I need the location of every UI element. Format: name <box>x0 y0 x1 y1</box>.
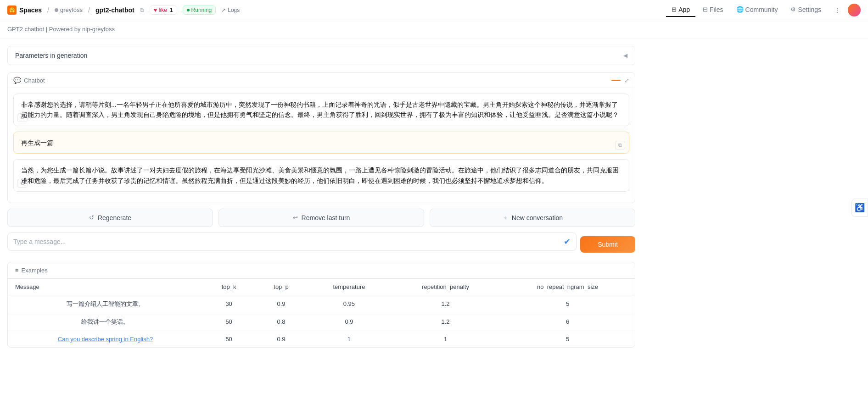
examples-table: Message top_k top_p temperature repetiti… <box>8 279 635 347</box>
app-icon: ⊞ <box>672 6 677 13</box>
logs-button[interactable]: ↗ Logs <box>221 7 240 13</box>
table-row[interactable]: 给我讲一个笑话。500.80.91.26 <box>8 313 635 331</box>
copy-message-3-button[interactable]: ⧉ <box>17 179 28 188</box>
input-check-icon: ✔ <box>564 237 571 247</box>
spaces-label[interactable]: Spaces <box>19 6 42 14</box>
main-content: Parameters in generation ◀ 💬 Chatbot ⤢ 非… <box>0 39 643 355</box>
example-repetition_penalty-2: 1 <box>391 331 500 347</box>
remove-last-turn-label: Remove last turn <box>302 214 350 221</box>
settings-label: Settings <box>798 6 821 13</box>
share-icon[interactable]: ⤢ <box>624 77 629 84</box>
like-count: 1 <box>170 7 173 13</box>
example-message-0: 写一篇介绍人工智能的文章。 <box>8 295 203 313</box>
logs-label: Logs <box>228 7 240 13</box>
user-status-dot <box>55 8 58 12</box>
running-label: Running <box>191 7 212 13</box>
chat-header-actions: ⤢ <box>611 77 629 84</box>
params-header[interactable]: Parameters in generation ◀ <box>8 46 635 65</box>
logs-icon: ↗ <box>221 7 226 13</box>
nav-links: ⊞ App ⊟ Files 🌐 Community ⚙ Settings <box>666 3 827 17</box>
example-top_k-2: 50 <box>203 331 255 347</box>
example-no_repeat_ngram_size-0: 5 <box>500 295 635 313</box>
assistant-message-1: 非常感谢您的选择，请稍等片刻...一名年轻男子正在他所喜爱的城市游历中，突然发现… <box>13 94 629 126</box>
new-conversation-label: New conversation <box>512 214 563 221</box>
example-temperature-1: 0.9 <box>308 313 391 331</box>
example-top_p-0: 0.9 <box>255 295 308 313</box>
running-dot <box>187 9 190 11</box>
nav-separator2: / <box>88 6 90 14</box>
app-label: App <box>678 6 690 13</box>
more-menu-button[interactable]: ⋮ <box>832 5 842 16</box>
example-repetition_penalty-1: 1.2 <box>391 313 500 331</box>
example-top_p-2: 0.9 <box>255 331 308 347</box>
example-top_k-0: 30 <box>203 295 255 313</box>
copy-repo-icon[interactable]: ⧉ <box>140 7 144 13</box>
col-repetition-penalty: repetition_penalty <box>391 279 500 295</box>
input-row: ✔ Submit <box>7 232 635 256</box>
examples-header[interactable]: ≡ Examples <box>8 262 635 279</box>
user-message-1-text: 再生成一篇 <box>21 139 53 146</box>
table-row[interactable]: Can you describe spring in English?500.9… <box>8 331 635 347</box>
example-no_repeat_ngram_size-1: 6 <box>500 313 635 331</box>
submit-button[interactable]: Submit <box>580 236 635 253</box>
nav-link-settings[interactable]: ⚙ Settings <box>785 3 827 17</box>
action-buttons-row: ↺ Regenerate ↩ Remove last turn ＋ New co… <box>7 209 635 227</box>
remove-last-turn-button[interactable]: ↩ Remove last turn <box>218 209 424 227</box>
chat-messages-area[interactable]: 非常感谢您的选择，请稍等片刻...一名年轻男子正在他所喜爱的城市游历中，突然发现… <box>8 88 635 203</box>
examples-label: Examples <box>22 267 48 274</box>
example-temperature-0: 0.95 <box>308 295 391 313</box>
accessibility-icon[interactable]: ♿ <box>855 203 865 213</box>
chatbot-label: Chatbot <box>24 77 45 84</box>
copy-user-message-button[interactable]: ⧉ <box>615 141 625 149</box>
subtitle-bar: GPT2 chatbot | Powered by nlp-greyfoss <box>0 20 868 39</box>
menu-icon: ≡ <box>15 267 19 274</box>
nav-link-files[interactable]: ⊟ Files <box>697 3 729 17</box>
heart-icon: ♥ <box>154 7 157 13</box>
example-repetition_penalty-0: 1.2 <box>391 295 500 313</box>
col-message: Message <box>8 279 203 295</box>
files-label: Files <box>710 6 723 13</box>
settings-icon: ⚙ <box>790 6 796 13</box>
repo-name[interactable]: gpt2-chatbot <box>95 6 134 14</box>
nav-link-community[interactable]: 🌐 Community <box>731 3 784 17</box>
new-conversation-button[interactable]: ＋ New conversation <box>430 209 635 227</box>
message-input-container: ✔ <box>7 232 577 251</box>
side-panel: ♿ <box>851 199 868 217</box>
col-top-p: top_p <box>255 279 308 295</box>
params-label: Parameters in generation <box>15 52 87 59</box>
running-badge: Running <box>183 6 216 15</box>
chat-header: 💬 Chatbot ⤢ <box>8 73 635 88</box>
orange-indicator <box>611 80 621 81</box>
user-avatar[interactable] <box>848 4 861 17</box>
remove-icon: ↩ <box>293 214 298 221</box>
example-message-1: 给我讲一个笑话。 <box>8 313 203 331</box>
community-icon: 🌐 <box>736 6 744 13</box>
new-conv-icon: ＋ <box>502 214 508 222</box>
more-icon: ⋮ <box>834 6 840 14</box>
examples-section: ≡ Examples Message top_k top_p temperatu… <box>7 262 635 348</box>
chat-panel: 💬 Chatbot ⤢ 非常感谢您的选择，请稍等片刻...一名年轻男子正在他所喜… <box>7 72 635 203</box>
example-temperature-2: 1 <box>308 331 391 347</box>
assistant-message-2: 当然，为您生成一篇长篇小说。故事讲述了一对夫妇去度假的旅程，在海边享受阳光沙滩、… <box>13 159 629 192</box>
regenerate-label: Regenerate <box>98 214 131 221</box>
params-arrow-icon: ◀ <box>623 52 627 59</box>
like-button[interactable]: ♥ like 1 <box>150 6 177 15</box>
message-1-text: 非常感谢您的选择，请稍等片刻...一名年轻男子正在他所喜爱的城市游历中，突然发现… <box>21 101 619 118</box>
username-label[interactable]: greyfoss <box>60 6 83 13</box>
regenerate-button[interactable]: ↺ Regenerate <box>7 209 213 227</box>
chat-title: 💬 Chatbot <box>13 77 45 84</box>
files-icon: ⊟ <box>703 6 708 13</box>
chat-bubble-icon: 💬 <box>13 77 21 84</box>
table-row[interactable]: 写一篇介绍人工智能的文章。300.90.951.25 <box>8 295 635 313</box>
message-input[interactable] <box>13 238 560 245</box>
nav-user: greyfoss <box>55 6 83 13</box>
nav-link-app[interactable]: ⊞ App <box>666 3 695 17</box>
example-message-2: Can you describe spring in English? <box>8 331 203 347</box>
user-message-1: 再生成一篇 ⧉ <box>13 132 629 154</box>
spaces-logo: 🤗 <box>7 6 17 15</box>
like-label: like <box>159 7 167 13</box>
community-label: Community <box>745 6 778 13</box>
col-top-k: top_k <box>203 279 255 295</box>
example-link-2[interactable]: Can you describe spring in English? <box>58 336 153 343</box>
copy-message-1-button[interactable]: ⧉ <box>17 113 28 122</box>
